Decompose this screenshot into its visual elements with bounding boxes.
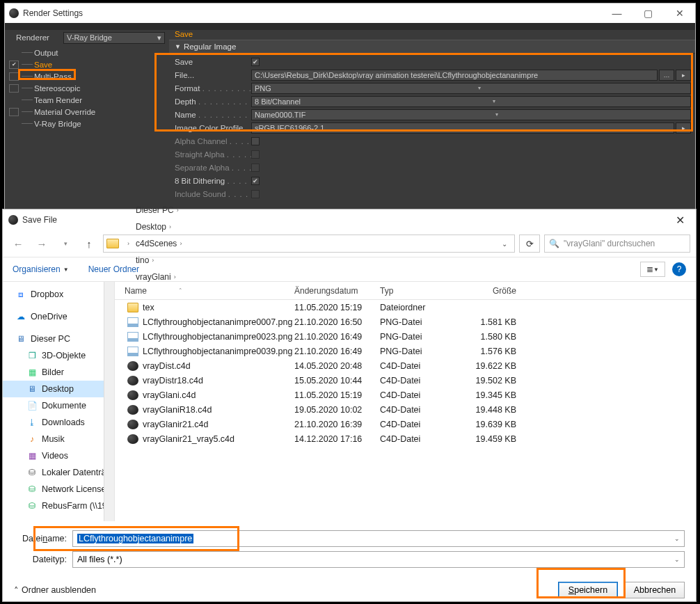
list-item[interactable]: LCflythroughobjectananimpre0007.png21.10… xyxy=(115,315,696,329)
checkbox[interactable] xyxy=(9,84,19,93)
checkbox[interactable] xyxy=(9,108,19,116)
view-button[interactable]: ≣ ▼ xyxy=(640,262,665,277)
dialog-titlebar[interactable]: Save File ✕ xyxy=(3,209,696,230)
minimize-button[interactable]: — xyxy=(601,3,633,23)
sidebar-item-network-license[interactable]: ⛁Network License xyxy=(3,481,114,498)
crumb-tino[interactable]: tino › xyxy=(133,252,184,269)
list-item[interactable]: LCflythroughobjectananimpre0023.png21.10… xyxy=(115,329,696,344)
crumb-desktop[interactable]: Desktop › xyxy=(133,218,184,235)
checkbox[interactable] xyxy=(9,72,19,81)
filetype-select[interactable]: All files (*.*) ⌄ xyxy=(72,551,685,568)
renderer-select[interactable]: V-Ray Bridge▾ xyxy=(63,32,165,44)
sidebar-item-rebusfarm-19[interactable]: ⛁RebusFarm (\\19 xyxy=(3,498,114,514)
sidebar-item-dropbox[interactable]: ⧈Dropbox xyxy=(3,286,114,303)
filetype-row: Dateityp: All files (*.*) ⌄ xyxy=(14,549,685,570)
sidebar-item-bilder[interactable]: ▦Bilder xyxy=(3,364,114,381)
chevron-down-icon: ▾ xyxy=(157,33,161,42)
nav-bar: ← → ▾ ↑ › Dieser PC ›Desktop ›c4dScenes … xyxy=(3,230,696,257)
chevron-down-icon[interactable]: ⌄ xyxy=(674,556,680,563)
titlebar[interactable]: Render Settings — ▢ ✕ xyxy=(5,3,695,23)
save-checkbox[interactable] xyxy=(251,58,260,66)
sidebar-item-lokaler-datentr-[interactable]: ⛁Lokaler Datenträ xyxy=(3,464,114,481)
format-select[interactable]: PNG▾ xyxy=(251,83,691,94)
tree-item-team-render[interactable]: Team Render xyxy=(5,94,169,106)
icp-row: Image Color Profile sRGB IEC61966-2.1 ▸ xyxy=(175,121,691,134)
sidebar-item-dokumente[interactable]: 📄Dokumente xyxy=(3,397,114,414)
app-icon xyxy=(8,215,18,225)
tree-item-label: V-Ray Bridge xyxy=(34,120,81,128)
chevron-down-icon[interactable]: ⌄ xyxy=(502,240,511,248)
maximize-button[interactable]: ▢ xyxy=(633,3,664,23)
new-folder-button[interactable]: Neuer Ordner xyxy=(88,264,139,274)
file-list[interactable]: Name ˄ Änderungsdatum Typ Größe tex11.05… xyxy=(115,282,696,521)
col-size[interactable]: Größe xyxy=(461,286,523,296)
bottom-panel: Dateiname: LCflythroughobjectananimpre ⌄… xyxy=(3,521,696,573)
sidebar-item-musik[interactable]: ♪Musik xyxy=(3,431,114,447)
search-input[interactable]: 🔍 "vrayGlani" durchsuchen xyxy=(544,235,690,253)
list-item[interactable]: vrayGlanir21_vray5.c4d14.12.2020 17:16C4… xyxy=(115,431,696,446)
crumb-dieser pc[interactable]: Dieser PC › xyxy=(133,202,184,218)
forward-button[interactable]: → xyxy=(32,235,51,252)
icp-select[interactable]: sRGB IEC61966-2.1 xyxy=(251,122,674,134)
sidebar[interactable]: ⧈Dropbox☁OneDrive🖥Dieser PC❒3D-Objekte▦B… xyxy=(3,282,115,521)
col-date[interactable]: Änderungsdatum xyxy=(294,286,380,296)
col-name[interactable]: Name ˄ xyxy=(115,286,294,296)
tree-item-v-ray-bridge[interactable]: V-Ray Bridge xyxy=(5,118,169,129)
list-header[interactable]: Name ˄ Änderungsdatum Typ Größe xyxy=(115,282,696,300)
icp-go-button[interactable]: ▸ xyxy=(676,122,691,134)
dithering-checkbox[interactable] xyxy=(251,177,260,185)
tree-item-multi-pass[interactable]: Multi-Pass xyxy=(5,70,169,82)
checkbox[interactable]: ✔ xyxy=(9,61,19,69)
sidebar-item-downloads[interactable]: ⭳Downloads xyxy=(3,414,114,431)
hide-folders-button[interactable]: ˄ Ordner ausblenden xyxy=(14,585,96,596)
grip-bar[interactable] xyxy=(5,23,695,30)
alpha-checkbox[interactable] xyxy=(251,137,260,145)
file-date: 21.10.2020 16:50 xyxy=(294,317,380,327)
list-item[interactable]: vrayDist.c4d14.05.2020 20:48C4D-Datei19.… xyxy=(115,358,696,373)
list-item[interactable]: vrayDistr18.c4d15.05.2020 10:44C4D-Datei… xyxy=(115,373,696,388)
crumb-c4dscenes[interactable]: c4dScenes › xyxy=(133,235,184,252)
back-button[interactable]: ← xyxy=(8,235,28,252)
regular-image-section[interactable]: ▼ Regular Image xyxy=(169,40,695,54)
close-button[interactable]: ✕ xyxy=(664,3,695,23)
list-item[interactable]: vrayGlani.c4d11.05.2020 15:19C4D-Datei19… xyxy=(115,388,696,402)
dialog-title: Save File xyxy=(22,215,665,225)
sidebar-label: Bilder xyxy=(42,367,64,377)
refresh-button[interactable]: ⟳ xyxy=(519,235,540,253)
list-item[interactable]: tex11.05.2020 15:19Dateiordner xyxy=(115,300,696,315)
list-item[interactable]: LCflythroughobjectananimpre0039.png21.10… xyxy=(115,344,696,358)
sidebar-item-onedrive[interactable]: ☁OneDrive xyxy=(3,308,114,325)
close-button[interactable]: ✕ xyxy=(665,209,696,230)
breadcrumb[interactable]: › Dieser PC ›Desktop ›c4dScenes ›tino ›v… xyxy=(103,235,515,253)
file-button[interactable]: File... xyxy=(175,71,194,79)
col-type[interactable]: Typ xyxy=(380,286,461,296)
help-button[interactable]: ? xyxy=(672,262,686,276)
cancel-button[interactable]: Abbrechen xyxy=(625,582,685,598)
up-button[interactable]: ↑ xyxy=(79,235,99,252)
list-item[interactable]: vrayGlaniR18.c4d19.05.2020 10:02C4D-Date… xyxy=(115,402,696,417)
tree-item-material-override[interactable]: Material Override xyxy=(5,106,169,118)
tree-item-stereoscopic[interactable]: Stereoscopic xyxy=(5,82,169,94)
recent-button[interactable]: ▾ xyxy=(56,235,75,252)
file-path-input[interactable]: C:\Users\Rebus_Dirk\Desktop\vray animati… xyxy=(251,70,658,81)
file-name: LCflythroughobjectananimpre0039.png xyxy=(143,347,292,356)
save-button[interactable]: Speichern xyxy=(558,582,618,598)
file-date: 21.10.2020 16:49 xyxy=(294,332,380,342)
sidebar-item-videos[interactable]: ▦Videos xyxy=(3,447,114,464)
path-go-button[interactable]: ▸ xyxy=(676,70,691,81)
sidebar-item-desktop[interactable]: 🖥Desktop xyxy=(3,381,114,397)
save-file-dialog: Save File ✕ ← → ▾ ↑ › Dieser PC ›Desktop… xyxy=(2,209,697,602)
organize-menu[interactable]: Organisieren ▼ xyxy=(13,264,69,274)
tree-item-save[interactable]: ✔Save xyxy=(5,58,169,70)
depth-select[interactable]: 8 Bit/Channel▾ xyxy=(251,96,691,107)
sidebar-item-dieser-pc[interactable]: 🖥Dieser PC xyxy=(3,331,114,347)
sidebar-item-3d-objekte[interactable]: ❒3D-Objekte xyxy=(3,347,114,364)
collapse-icon: ▼ xyxy=(175,43,181,50)
list-item[interactable]: vrayGlanir21.c4d21.10.2020 16:39C4D-Date… xyxy=(115,417,696,431)
crumb-root[interactable]: › xyxy=(122,235,132,252)
tree-item-output[interactable]: Output xyxy=(5,47,169,58)
name-select[interactable]: Name0000.TIF▾ xyxy=(251,109,691,120)
chevron-down-icon[interactable]: ⌄ xyxy=(674,535,680,542)
filename-input[interactable]: LCflythroughobjectananimpre ⌄ xyxy=(72,530,685,547)
browse-button[interactable]: … xyxy=(659,70,674,81)
